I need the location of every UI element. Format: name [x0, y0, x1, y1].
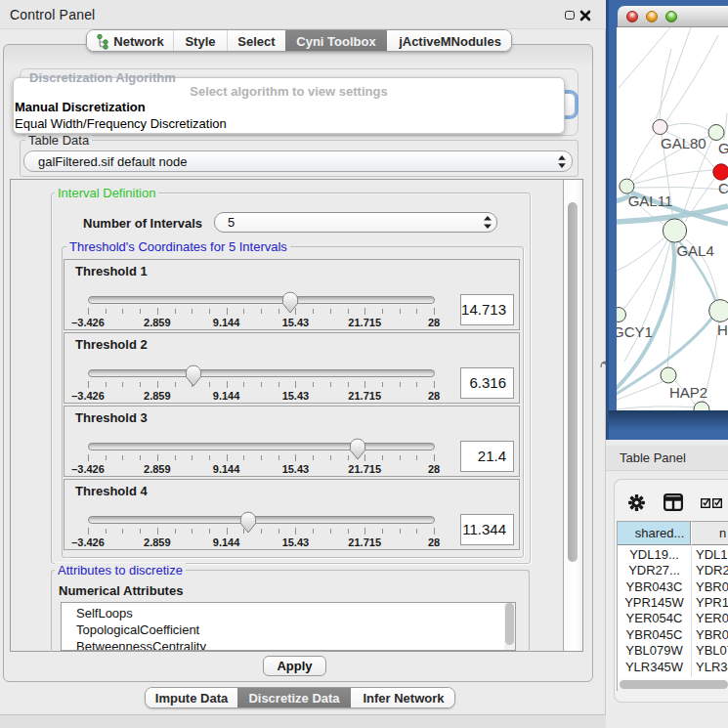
svg-text:GAL4: GAL4 [676, 242, 713, 259]
svg-text:H: H [717, 321, 728, 338]
svg-text:C: C [718, 180, 728, 196]
svg-text:GAL80: GAL80 [661, 135, 707, 151]
svg-text:GA: GA [718, 140, 728, 156]
svg-text:HAP2: HAP2 [669, 384, 707, 401]
svg-text:GCY1: GCY1 [617, 323, 653, 340]
svg-text:GAL11: GAL11 [628, 193, 673, 209]
